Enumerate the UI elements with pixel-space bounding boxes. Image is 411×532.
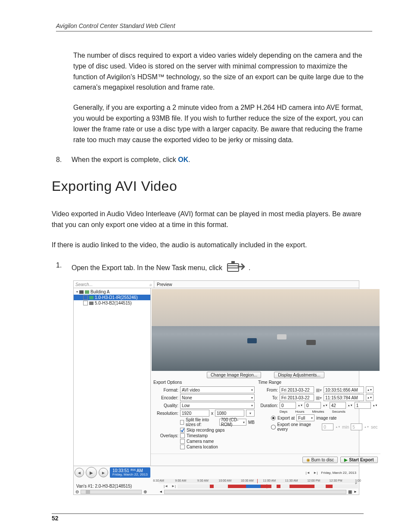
playhead[interactable] <box>257 479 258 483</box>
prev-button[interactable]: ◄ <box>75 468 84 477</box>
play-button[interactable]: ▶ <box>86 467 97 478</box>
label: Days <box>280 410 287 414</box>
text: When the export is complete, click <box>72 156 178 163</box>
resolution-height-input[interactable]: 1080 <box>215 410 244 417</box>
skip-gaps-checkbox[interactable] <box>180 428 185 432</box>
checkbox[interactable] <box>83 295 88 300</box>
ruler-tick: 11:30 AM <box>285 479 298 482</box>
resolution-width-input[interactable]: 1920 <box>180 410 209 417</box>
tree-camera-selected[interactable]: 1.0-H3-D1-IR(255246) <box>74 295 150 300</box>
scroll-right-icon[interactable]: ► <box>354 490 357 494</box>
label: Overlays: <box>153 433 178 438</box>
collapse-icon[interactable]: ▾ <box>76 290 78 294</box>
camera-name-checkbox[interactable] <box>180 439 185 444</box>
select-value: None <box>182 395 192 400</box>
playhead[interactable] <box>267 484 267 488</box>
start-export-button[interactable]: ▶Start Export <box>340 457 377 463</box>
camera-location-checkbox[interactable] <box>180 445 185 449</box>
duration-hours-input[interactable]: 0 <box>305 402 321 409</box>
label: Camera name <box>187 439 214 444</box>
ruler-tick: 11:00 AM <box>263 479 276 482</box>
one-image-min-input[interactable]: 0 <box>322 423 333 430</box>
export-options-panel: Export Options Format: AVI video▾ Encode… <box>153 380 255 450</box>
spinner[interactable]: ▲▼ <box>335 426 340 428</box>
calendar-icon[interactable]: ▦▾ <box>316 395 322 400</box>
resolution-dropdown[interactable]: ▾ <box>246 410 255 417</box>
horizontal-scrollbar[interactable] <box>164 490 346 494</box>
to-date-input[interactable]: Fri 2013-03-22 <box>280 394 314 401</box>
button-label: Start Export <box>349 457 374 462</box>
spinner[interactable]: ▲▼ <box>373 404 378 407</box>
time-ruler[interactable]: 8:30 AM9:00 AM9:30 AM10:00 AM10:30 AM11:… <box>159 479 358 483</box>
scroll-left-icon[interactable]: ◄ <box>159 490 162 494</box>
encoder-select[interactable]: None▾ <box>180 394 255 401</box>
label: Export one image every <box>277 422 321 432</box>
step-1: 1. Open the Export tab. In the New Task … <box>56 260 368 277</box>
calendar-icon[interactable]: ▦▾ <box>316 388 322 392</box>
split-file-checkbox[interactable] <box>180 420 184 425</box>
to-time-input[interactable]: 11:15:53:784 AM <box>324 394 364 401</box>
camera-icon <box>89 302 93 305</box>
image-rate-select[interactable]: Full▾ <box>296 414 314 421</box>
ruler-tick: 10:30 AM <box>241 479 254 482</box>
spinner[interactable]: ▲▼ <box>348 404 353 407</box>
video-preview <box>152 289 380 371</box>
server-icon <box>79 290 84 294</box>
zoom-out-icon[interactable]: ⊖ <box>75 489 79 494</box>
date-value: Friday, March 22, 2013 <box>112 473 148 477</box>
export-marker-icon[interactable]: ▦ <box>348 489 352 494</box>
change-image-region-button[interactable]: Change Image Region... <box>207 372 261 378</box>
button-label: Burn to disc <box>311 457 334 462</box>
tree-camera[interactable]: 5.0-H3-B2(144515) <box>74 300 150 306</box>
paragraph-text: The number of discs required to export a… <box>73 50 368 93</box>
tree-label: 5.0-H3-B2(144515) <box>95 301 132 305</box>
duration-days-input[interactable]: 0 <box>280 402 296 409</box>
export-at-radio[interactable] <box>271 416 276 420</box>
ruler-tick: 8:30 AM <box>153 479 164 482</box>
one-image-sec-input[interactable]: 5 <box>351 423 362 430</box>
recording-track[interactable] <box>177 484 358 488</box>
format-select[interactable]: AVI video▾ <box>180 386 255 393</box>
text: . <box>188 156 190 163</box>
checkbox[interactable] <box>83 301 88 305</box>
next-button[interactable]: ► <box>99 468 108 477</box>
spinner[interactable]: ▲▼ <box>298 404 303 407</box>
burn-to-disc-button[interactable]: ◉Burn to disc <box>302 457 338 463</box>
ruler-tick: 9:30 AM <box>197 479 209 482</box>
spinner[interactable]: ▲▼ <box>323 404 328 407</box>
paragraph: Video exported in Audio Video Interleave… <box>52 209 368 250</box>
slider-thumb[interactable] <box>86 490 90 494</box>
from-time-input[interactable]: 10:33:51:856 AM <box>324 386 364 393</box>
track-first-button[interactable]: |◄ <box>164 484 168 488</box>
svg-rect-3 <box>231 261 235 264</box>
spinner[interactable]: ▲▼ <box>366 386 374 393</box>
timeline-panel: ◄ ▶ ► 10:33:51 ⁸⁵⁶ AM Friday, March 22, … <box>74 466 359 495</box>
camera-icon <box>89 296 93 299</box>
timeline-last-button[interactable]: ►| <box>313 471 318 475</box>
search-input[interactable]: Search... ⌕ <box>74 281 154 288</box>
export-task-icon <box>225 260 246 277</box>
tree-site[interactable]: ▾ Building A <box>74 289 150 295</box>
running-header: Avigilon Control Center Standard Web Cli… <box>56 22 372 31</box>
spinner[interactable]: ▲▼ <box>366 394 374 401</box>
label: Resolution: <box>153 411 178 416</box>
split-size-select[interactable]: 700 (CD-ROM)▾ <box>219 419 246 426</box>
label: sec <box>371 425 378 429</box>
spinner[interactable]: ▲▼ <box>364 426 369 428</box>
duration-seconds-input[interactable]: 1 <box>355 402 371 409</box>
ruler-tick: 10:00 AM <box>219 479 232 482</box>
ruler-tick: 12:00 PM <box>307 479 320 482</box>
timeline-first-button[interactable]: |◄ <box>305 471 310 475</box>
duration-minutes-input[interactable]: 42 <box>330 402 346 409</box>
from-date-input[interactable]: Fri 2013-03-22 <box>280 386 314 393</box>
track-last-button[interactable]: ►| <box>171 484 176 488</box>
zoom-in-icon[interactable]: ⊕ <box>143 489 147 494</box>
display-adjustments-button[interactable]: Display Adjustments... <box>274 372 324 378</box>
timestamp-checkbox[interactable] <box>180 433 185 438</box>
select-value: Full <box>298 416 305 420</box>
quality-select[interactable]: Low▾ <box>180 402 255 409</box>
export-one-radio[interactable] <box>271 425 276 429</box>
zoom-slider[interactable] <box>81 490 142 494</box>
chevron-down-icon: ▾ <box>251 396 253 400</box>
chevron-down-icon: ▾ <box>251 404 253 408</box>
